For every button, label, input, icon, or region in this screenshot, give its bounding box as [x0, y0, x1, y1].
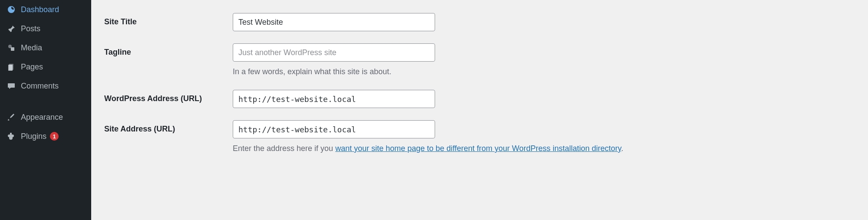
sidebar-spacer	[0, 95, 91, 108]
pin-icon	[6, 23, 17, 34]
svg-rect-4	[8, 65, 13, 71]
wp-address-label: WordPress Address (URL)	[104, 90, 233, 103]
sidebar-item-label: Media	[21, 43, 42, 53]
dashboard-icon	[6, 4, 17, 15]
site-address-help-link[interactable]: want your site home page to be different…	[335, 144, 621, 153]
site-address-help-text: Enter the address here if you want your …	[233, 143, 623, 154]
site-title-label: Site Title	[104, 13, 233, 26]
sidebar-item-plugins[interactable]: Plugins 1	[0, 127, 91, 146]
help-prefix: Enter the address here if you	[233, 144, 335, 153]
admin-sidebar: Dashboard Posts Media Pages Comments App…	[0, 0, 91, 220]
sidebar-item-label: Plugins	[21, 132, 46, 141]
form-field	[233, 13, 435, 31]
form-field: Enter the address here if you want your …	[233, 120, 623, 154]
sidebar-item-appearance[interactable]: Appearance	[0, 108, 91, 127]
sidebar-item-media[interactable]: Media	[0, 38, 91, 57]
update-badge: 1	[50, 132, 59, 141]
tagline-input[interactable]	[233, 43, 435, 62]
form-row-site-address: Site Address (URL) Enter the address her…	[104, 120, 855, 154]
pages-icon	[6, 62, 17, 72]
tagline-help-text: In a few words, explain what this site i…	[233, 66, 435, 78]
form-row-site-title: Site Title	[104, 13, 855, 31]
sidebar-item-label: Appearance	[21, 113, 63, 122]
site-address-input[interactable]	[233, 120, 435, 138]
form-row-tagline: Tagline In a few words, explain what thi…	[104, 43, 855, 78]
comments-icon	[6, 81, 17, 91]
plugins-icon	[6, 131, 17, 141]
sidebar-item-label: Pages	[21, 62, 43, 72]
help-suffix: .	[621, 144, 623, 153]
settings-form: Site Title Tagline In a few words, expla…	[91, 0, 868, 220]
sidebar-item-label: Posts	[21, 24, 40, 33]
sidebar-item-dashboard[interactable]: Dashboard	[0, 0, 91, 19]
sidebar-item-label: Comments	[21, 82, 59, 91]
tagline-label: Tagline	[104, 43, 233, 57]
appearance-icon	[6, 112, 17, 122]
form-field	[233, 90, 435, 108]
sidebar-item-pages[interactable]: Pages	[0, 57, 91, 76]
site-title-input[interactable]	[233, 13, 435, 31]
sidebar-item-posts[interactable]: Posts	[0, 19, 91, 38]
form-row-wp-address: WordPress Address (URL)	[104, 90, 855, 108]
form-field: In a few words, explain what this site i…	[233, 43, 435, 78]
wp-address-input[interactable]	[233, 90, 435, 108]
svg-rect-2	[11, 47, 14, 51]
sidebar-item-label: Dashboard	[21, 5, 59, 14]
sidebar-item-comments[interactable]: Comments	[0, 76, 91, 95]
svg-point-0	[10, 9, 12, 10]
media-icon	[6, 43, 17, 53]
site-address-label: Site Address (URL)	[104, 120, 233, 134]
